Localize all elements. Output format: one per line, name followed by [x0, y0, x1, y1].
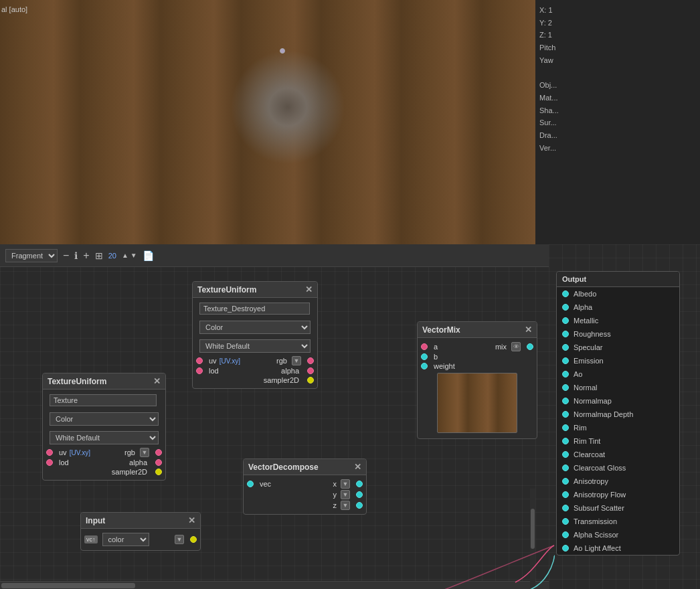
node-tex1-default-select[interactable]: White DefaultBlack Default — [199, 339, 311, 353]
node-tex1-uv-port[interactable] — [196, 357, 203, 364]
right-scrollbar[interactable] — [530, 489, 535, 589]
node-texture-uniform-1-header[interactable]: TextureUniform ✕ — [193, 282, 317, 298]
node-vector-decompose-header[interactable]: VectorDecompose ✕ — [244, 459, 366, 475]
node-tex1-sampler-port[interactable] — [307, 377, 314, 384]
node-tex1-mode-row: ColorNormalAlpha — [193, 318, 317, 337]
grid-icon[interactable]: ⊞ — [95, 250, 103, 261]
node-tex2-rgb-label: rgb — [124, 448, 135, 456]
zoom-out-icon[interactable]: − — [63, 250, 69, 262]
node-vmix-weight-port[interactable] — [421, 363, 428, 369]
node-input-close[interactable]: ✕ — [188, 515, 195, 525]
output-normalmap-depth-port[interactable] — [562, 411, 569, 418]
output-metallic[interactable]: Metallic — [557, 314, 679, 327]
node-vmix-mix-out-port[interactable] — [527, 343, 533, 350]
output-roughness[interactable]: Roughness — [557, 327, 679, 341]
node-tex1-rgb-btn1[interactable]: ▼ — [292, 356, 301, 365]
output-anisotropy-port[interactable] — [562, 478, 569, 485]
node-tex1-lod-port[interactable] — [196, 367, 203, 374]
output-alpha[interactable]: Alpha — [557, 301, 679, 314]
output-clearcoat-gloss[interactable]: Clearcoat Gloss — [557, 461, 679, 475]
node-tex1-rgb-out-port[interactable] — [307, 357, 314, 364]
node-texture-uniform-2-close[interactable]: ✕ — [153, 376, 161, 386]
node-tex2-lod-port[interactable] — [46, 459, 53, 466]
zoom-in-icon[interactable]: + — [83, 250, 89, 262]
node-tex2-rgb-btn1[interactable]: ▼ — [140, 448, 149, 457]
output-normal[interactable]: Normal — [557, 381, 679, 394]
output-transmission-port[interactable] — [562, 518, 569, 525]
info-icon[interactable]: ℹ — [74, 250, 78, 261]
output-rim[interactable]: Rim — [557, 421, 679, 434]
output-subsurf-scatter[interactable]: Subsurf Scatter — [557, 501, 679, 515]
node-vmix-thumbnail — [437, 373, 517, 433]
output-specular-port[interactable] — [562, 344, 569, 351]
output-ao-light-affect-port[interactable] — [562, 545, 569, 552]
bottom-scrollbar[interactable] — [0, 581, 549, 589]
node-texture-uniform-1-close[interactable]: ✕ — [305, 284, 313, 294]
output-albedo-port[interactable] — [562, 290, 569, 297]
output-specular[interactable]: Specular — [557, 341, 679, 354]
node-vector-mix-close[interactable]: ✕ — [525, 325, 532, 335]
node-tex2-uv-port[interactable] — [46, 449, 53, 456]
output-rim-tint-port[interactable] — [562, 438, 569, 444]
mode-select[interactable]: Fragment Vertex — [5, 249, 58, 262]
node-vector-mix-header[interactable]: VectorMix ✕ — [418, 322, 537, 338]
output-emission-port[interactable] — [562, 357, 569, 364]
node-tex2-alpha-out-port[interactable] — [155, 459, 162, 466]
doc-icon[interactable]: 📄 — [143, 250, 154, 261]
output-normalmap-depth[interactable]: Normalmap Depth — [557, 408, 679, 421]
node-vdecomp-y-btn[interactable]: ▼ — [341, 490, 350, 499]
output-roughness-port[interactable] — [562, 331, 569, 337]
bottom-scroll-thumb[interactable] — [1, 583, 135, 588]
output-ao-light-affect[interactable]: Ao Light Affect — [557, 541, 679, 555]
node-tex2-sampler-port[interactable] — [155, 469, 162, 475]
node-vdecomp-vec-port[interactable] — [247, 481, 254, 487]
node-vmix-a-port[interactable] — [421, 343, 428, 350]
output-clearcoat[interactable]: Clearcoat — [557, 448, 679, 461]
up-icon[interactable]: ▲ — [122, 252, 128, 259]
node-tex2-default-select[interactable]: White DefaultBlack Default — [50, 431, 159, 444]
node-vdecomp-x-port[interactable] — [356, 481, 363, 487]
output-anisotropy-flow[interactable]: Anisotropy Flow — [557, 488, 679, 501]
output-clearcoat-port[interactable] — [562, 451, 569, 458]
output-alpha-scissor-port[interactable] — [562, 531, 569, 538]
right-scroll-thumb[interactable] — [531, 509, 535, 549]
output-emission[interactable]: Emission — [557, 354, 679, 367]
output-albedo[interactable]: Albedo — [557, 287, 679, 301]
output-alpha-port[interactable] — [562, 304, 569, 311]
node-input-header[interactable]: Input ✕ — [81, 513, 200, 529]
output-anisotropy-label: Anisotropy — [574, 477, 608, 485]
output-rim-tint[interactable]: Rim Tint — [557, 434, 679, 448]
node-vdecomp-z-port[interactable] — [356, 502, 363, 509]
output-clearcoat-gloss-port[interactable] — [562, 465, 569, 471]
node-input-color-port[interactable] — [190, 536, 197, 543]
node-texture-uniform-2-header[interactable]: TextureUniform ✕ — [43, 373, 165, 390]
node-tex1-mode-select[interactable]: ColorNormalAlpha — [199, 321, 311, 334]
down-icon[interactable]: ▼ — [130, 252, 137, 259]
node-vmix-b-port[interactable] — [421, 353, 428, 360]
node-tex1-name-input[interactable] — [199, 303, 310, 315]
output-anisotropy-flow-port[interactable] — [562, 491, 569, 498]
output-normal-port[interactable] — [562, 384, 569, 391]
node-input-color-btn[interactable]: ▼ — [175, 535, 184, 544]
output-subsurf-scatter-port[interactable] — [562, 505, 569, 511]
node-vdecomp-y-port[interactable] — [356, 491, 363, 498]
node-vdecomp-x-btn[interactable]: ▼ — [341, 479, 350, 489]
output-rim-port[interactable] — [562, 424, 569, 431]
output-transmission[interactable]: Transmission — [557, 515, 679, 528]
output-normalmap[interactable]: Normalmap — [557, 394, 679, 408]
output-metallic-port[interactable] — [562, 317, 569, 324]
output-normalmap-port[interactable] — [562, 398, 569, 404]
output-ao-port[interactable] — [562, 371, 569, 377]
node-tex2-name-input[interactable] — [50, 394, 157, 406]
node-vmix-eye-btn[interactable]: 👁 — [511, 342, 521, 351]
node-vector-decompose-close[interactable]: ✕ — [354, 462, 361, 472]
output-anisotropy[interactable]: Anisotropy — [557, 475, 679, 488]
node-tex2-rgb-out-port[interactable] — [155, 449, 162, 456]
node-tex1-default-row: White DefaultBlack Default — [193, 337, 317, 355]
node-vdecomp-z-btn[interactable]: ▼ — [341, 501, 350, 510]
output-alpha-scissor[interactable]: Alpha Scissor — [557, 528, 679, 541]
node-tex1-alpha-out-port[interactable] — [307, 367, 314, 374]
output-ao[interactable]: Ao — [557, 367, 679, 381]
node-tex2-mode-select[interactable]: ColorNormal — [50, 412, 159, 426]
node-input-color-select[interactable]: colorvector — [102, 533, 149, 546]
